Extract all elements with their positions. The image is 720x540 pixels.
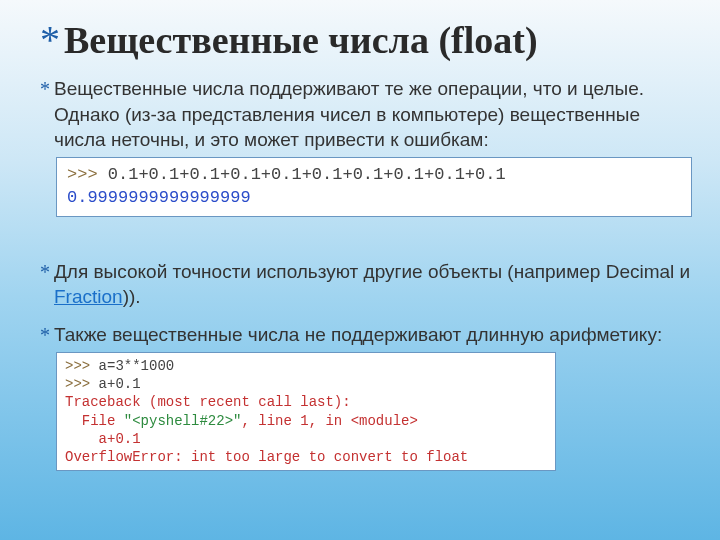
traceback-file-mid: , line 1, in bbox=[241, 413, 350, 429]
repl-prompt: >>> bbox=[67, 165, 108, 184]
asterisk-icon: * bbox=[40, 76, 50, 153]
bullet-item-3: * Также вещественные числа не поддержива… bbox=[40, 322, 692, 348]
spacer bbox=[40, 225, 692, 247]
traceback-error: OverflowError: int too large to convert … bbox=[65, 449, 468, 465]
bullet-item-1: * Вещественные числа поддерживают те же … bbox=[40, 76, 692, 153]
traceback-header: Traceback (most recent call last): bbox=[65, 394, 351, 410]
bullet-2-pre: Для высокой точности используют другие о… bbox=[54, 261, 690, 282]
repl-line-1: a=3**1000 bbox=[99, 358, 175, 374]
asterisk-icon: * bbox=[40, 259, 50, 310]
repl-prompt: >>> bbox=[65, 376, 99, 392]
slide: * Вещественные числа (float) * Веществен… bbox=[0, 0, 720, 499]
code-block-overflow: >>> a=3**1000 >>> a+0.1 Traceback (most … bbox=[56, 352, 556, 471]
fraction-link[interactable]: Fraction bbox=[54, 286, 123, 307]
traceback-file-pre: File bbox=[65, 413, 124, 429]
code-block-precision: >>> 0.1+0.1+0.1+0.1+0.1+0.1+0.1+0.1+0.1+… bbox=[56, 157, 692, 217]
traceback-filename: "<pyshell#22>" bbox=[124, 413, 242, 429]
bullet-2-post: )). bbox=[123, 286, 141, 307]
repl-line-2: a+0.1 bbox=[99, 376, 141, 392]
bullet-text-1: Вещественные числа поддерживают те же оп… bbox=[54, 76, 692, 153]
bullet-text-3: Также вещественные числа не поддерживают… bbox=[54, 322, 662, 348]
repl-prompt: >>> bbox=[65, 358, 99, 374]
title-bullet-icon: * bbox=[40, 20, 60, 60]
page-title: Вещественные числа (float) bbox=[64, 18, 538, 62]
traceback-source: a+0.1 bbox=[65, 431, 141, 447]
title-row: * Вещественные числа (float) bbox=[40, 18, 692, 62]
traceback-module: <module> bbox=[351, 413, 418, 429]
repl-expression: 0.1+0.1+0.1+0.1+0.1+0.1+0.1+0.1+0.1+0.1 bbox=[108, 165, 506, 184]
bullet-text-2: Для высокой точности используют другие о… bbox=[54, 259, 692, 310]
asterisk-icon: * bbox=[40, 322, 50, 348]
bullet-item-2: * Для высокой точности используют другие… bbox=[40, 259, 692, 310]
repl-output: 0.9999999999999999 bbox=[67, 188, 251, 207]
